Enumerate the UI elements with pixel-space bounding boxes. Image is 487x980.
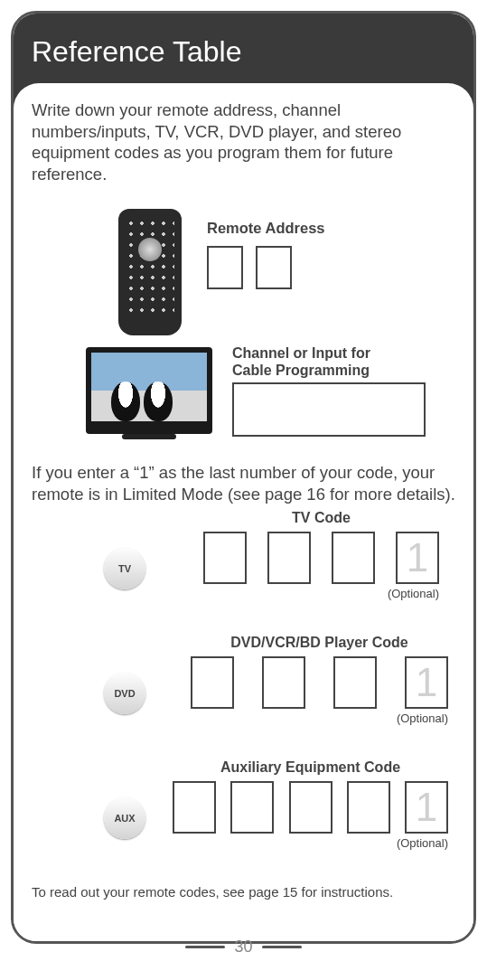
remote-address-boxes	[207, 246, 325, 289]
code-section: TV Code TV 1 (Optional) DVD/VCR/BD Playe…	[32, 510, 455, 859]
remote-address-digit-2[interactable]	[256, 246, 292, 289]
page: Reference Table Write down your remote a…	[0, 0, 487, 980]
tv-code-digit-2[interactable]	[267, 532, 311, 584]
remote-address-label: Remote Address	[207, 220, 325, 237]
tv-code-digit-1[interactable]	[203, 532, 247, 584]
dvd-code-title: DVD/VCR/BD Player Code	[191, 635, 448, 651]
tv-mode-button: TV	[104, 548, 145, 589]
remote-address-row: Remote Address	[32, 209, 455, 335]
dvd-mode-button: DVD	[104, 673, 145, 714]
aux-code-digit-2[interactable]	[230, 781, 274, 834]
dvd-optional-label: (Optional)	[191, 711, 448, 725]
footer-note: To read out your remote codes, see page …	[32, 884, 455, 900]
remote-address-digit-1[interactable]	[207, 246, 243, 289]
channel-input-field[interactable]	[232, 382, 426, 437]
channel-input-block: Channel or Input for Cable Programming	[232, 344, 455, 437]
limited-mode-note: If you enter a “1” as the last number of…	[32, 462, 455, 504]
tv-code-digit-3[interactable]	[332, 532, 375, 584]
aux-code-digit-1[interactable]	[173, 781, 216, 834]
dvd-code-boxes: 1	[191, 656, 448, 709]
dvd-code-row: DVD/VCR/BD Player Code DVD 1 (Optional)	[32, 635, 455, 734]
page-number: 30	[234, 938, 252, 956]
dvd-code-digit-1[interactable]	[191, 656, 234, 709]
aux-mode-button: AUX	[104, 797, 145, 839]
tv-code-digit-optional[interactable]: 1	[396, 532, 439, 584]
dvd-code-digit-3[interactable]	[333, 656, 377, 709]
page-number-rule-left	[185, 946, 225, 948]
tv-code-row: TV Code TV 1 (Optional)	[32, 510, 455, 609]
aux-code-row: Auxiliary Equipment Code AUX 1 (Optional…	[32, 759, 455, 859]
aux-code-digit-4[interactable]	[347, 781, 390, 834]
content: Write down your remote address, channel …	[14, 83, 473, 941]
dvd-code-digit-2[interactable]	[262, 656, 305, 709]
tv-optional-label: (Optional)	[203, 587, 439, 600]
aux-code-boxes: 1	[173, 781, 448, 834]
dvd-code-digit-optional[interactable]: 1	[405, 656, 448, 709]
channel-input-row: Channel or Input for Cable Programming	[32, 344, 455, 437]
card: Reference Table Write down your remote a…	[11, 11, 476, 944]
aux-code-digit-3[interactable]	[289, 781, 332, 834]
channel-input-label: Channel or Input for Cable Programming	[232, 344, 455, 379]
tv-icon	[86, 347, 212, 434]
page-number-wrap: 30	[0, 938, 487, 956]
tv-code-title: TV Code	[203, 510, 439, 526]
remote-control-icon	[118, 209, 182, 335]
aux-code-title: Auxiliary Equipment Code	[173, 759, 448, 776]
intro-text: Write down your remote address, channel …	[32, 99, 455, 185]
tv-code-boxes: 1	[203, 532, 439, 584]
aux-optional-label: (Optional)	[173, 836, 448, 850]
page-title: Reference Table	[32, 35, 241, 68]
aux-code-digit-optional[interactable]: 1	[405, 781, 448, 834]
remote-address-block: Remote Address	[207, 209, 325, 289]
page-number-rule-right	[262, 946, 302, 948]
